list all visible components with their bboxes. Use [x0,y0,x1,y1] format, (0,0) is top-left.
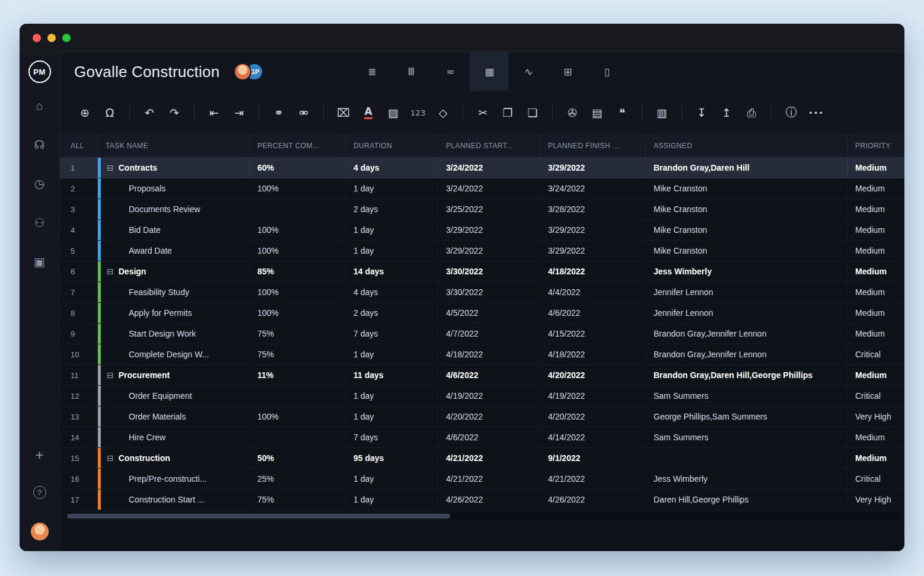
task-row[interactable]: 6⊟Design85%14 days3/30/20224/18/2022Jess… [60,261,904,282]
collapse-icon[interactable]: ⊟ [107,267,114,276]
task-row[interactable]: 12Order Equipment1 day4/19/20224/19/2022… [60,386,904,407]
fill-color-icon[interactable]: ▨ [383,102,404,123]
chart-view-icon-tab[interactable]: ∿ [509,52,548,91]
close-button[interactable] [33,34,41,42]
doc-view-icon-tab[interactable]: ▯ [587,52,626,91]
task-row[interactable]: 15⊟Construction50%95 days4/21/20229/1/20… [60,448,904,469]
list-view-icon-tab[interactable]: ≣ [352,52,391,91]
add-task-icon[interactable]: ⊕ [74,102,95,123]
task-row[interactable]: 8Apply for Permits100%2 days4/5/20224/6/… [60,303,904,324]
row-number-cell: 17 [60,489,98,510]
planned-finish-cell: 3/29/2022 [540,241,646,261]
task-name-cell: Complete Design W... [98,344,250,364]
priority-cell: Medium [847,261,904,281]
milestone-icon[interactable]: ◇ [432,102,454,123]
task-row[interactable]: 10Complete Design W...75%1 day4/18/20224… [60,344,904,365]
calendar-view-icon-tab[interactable]: ⊞ [548,52,587,91]
help-icon[interactable]: ? [33,486,46,499]
columns-icon[interactable]: ▥ [651,102,673,123]
recent-icon[interactable]: ◷ [34,177,44,191]
board-view-icon-tab[interactable]: Ⅲ [391,52,431,91]
task-row[interactable]: 2Proposals100%1 day3/24/20223/24/2022Mik… [60,178,904,199]
portfolio-icon[interactable]: ▣ [34,255,45,269]
more-icon[interactable]: ••• [805,102,827,123]
task-name-cell: ⊟Procurement [98,365,250,385]
column-header-2[interactable]: PERCENT COM... [250,134,346,157]
priority-cell: Critical [847,344,904,364]
task-name: Proposals [129,184,165,193]
print-icon[interactable]: ⎙ [741,102,762,123]
toolbar: ⊕Ω↶↷⇤⇥⚭⚮⌧A▨123◇✂❐❏✇▤❝▥↧↥⎙ⓘ••• [60,91,904,134]
row-number-cell: 11 [60,365,98,385]
task-row[interactable]: 9Start Design Work75%7 days4/7/20224/15/… [60,324,904,344]
column-header-6[interactable]: ASSIGNED [646,134,847,157]
row-number-cell: 14 [60,427,98,447]
duration-cell: 7 days [346,324,438,344]
planned-finish-cell: 4/18/2022 [540,261,646,281]
gantt-view-icon-tab[interactable]: ≂ [431,52,470,91]
task-row[interactable]: 13Order Materials100%1 day4/20/20224/20/… [60,407,904,427]
chart-view-icon: ∿ [524,66,533,78]
link-icon[interactable]: ⚭ [268,102,289,123]
font-color-icon[interactable]: A [358,102,379,123]
delete-icon[interactable]: ⌧ [333,102,354,123]
unlink-icon[interactable]: ⚮ [293,102,314,123]
home-icon[interactable]: ⌂ [36,98,43,113]
task-row[interactable]: 11⊟Procurement11%11 days4/6/20224/20/202… [60,365,904,386]
planned-start-cell: 3/30/2022 [438,261,540,281]
team-icon[interactable]: ⚇ [34,216,45,230]
notifications-icon[interactable]: ☊ [34,137,45,152]
import-icon[interactable]: ↧ [691,102,712,123]
task-row[interactable]: 3Documents Review2 days3/25/20223/28/202… [60,199,904,220]
info-icon[interactable]: ⓘ [780,102,802,123]
task-row[interactable]: 7Feasibility Study100%4 days3/30/20224/4… [60,282,904,303]
horizontal-scrollbar[interactable] [66,513,898,519]
minimize-button[interactable] [47,34,56,42]
undo-icon[interactable]: ↶ [139,102,160,123]
group-color-bar [98,158,101,178]
collapse-icon[interactable]: ⊟ [107,370,114,380]
task-row[interactable]: 14Hire Crew7 days4/6/20224/14/2022Sam Su… [60,427,904,448]
row-number-cell: 9 [60,324,98,344]
add-icon[interactable]: + [35,448,43,462]
column-header-0[interactable]: ALL [60,134,98,157]
copy-icon[interactable]: ❐ [497,102,518,123]
task-row[interactable]: 4Bid Date100%1 day3/29/20223/29/2022Mike… [60,220,904,241]
export-icon[interactable]: ↥ [716,102,737,123]
notes-icon[interactable]: ▤ [587,102,608,123]
assigned-cell: Brandon Gray,Jennifer Lennon [646,344,847,364]
task-row[interactable]: 17Construction Start ...75%1 day4/26/202… [60,489,904,510]
collapse-icon[interactable]: ⊟ [107,163,114,172]
column-header-1[interactable]: TASK NAME [98,134,250,157]
column-header-7[interactable]: PRIORITY [847,134,904,157]
horizontal-scrollbar-thumb[interactable] [67,514,450,519]
column-header-4[interactable]: PLANNED START... [438,134,540,157]
comment-icon[interactable]: ❝ [611,102,633,123]
zoom-button[interactable] [62,34,71,42]
attachment-icon[interactable]: ✇ [562,102,583,123]
paste-icon-glyph: ❏ [527,106,537,119]
task-name-cell: Bid Date [98,220,250,240]
link-icon-glyph: ⚭ [274,106,283,119]
table-header-row: ALLTASK NAMEPERCENT COM...DURATIONPLANNE… [60,134,904,158]
collapse-icon[interactable]: ⊟ [107,453,114,463]
planned-start-cell: 3/24/2022 [438,158,540,178]
task-row[interactable]: 5Award Date100%1 day3/29/20223/29/2022Mi… [60,241,904,261]
column-header-3[interactable]: DURATION [346,134,438,157]
cut-icon[interactable]: ✂ [472,102,493,123]
paste-icon[interactable]: ❏ [522,102,543,123]
pm-logo[interactable]: PM [28,60,51,83]
assigned-cell: Daren Hill,George Phillips [646,489,847,510]
column-header-5[interactable]: PLANNED FINISH ... [540,134,646,157]
redo-icon[interactable]: ↷ [164,102,185,123]
task-name: Feasibility Study [129,287,189,297]
task-row[interactable]: 16Prep/Pre-constructi...25%1 day4/21/202… [60,469,904,489]
indent-icon[interactable]: ⇥ [228,102,250,123]
number-format-icon[interactable]: 123 [407,102,429,123]
outdent-icon[interactable]: ⇤ [203,102,225,123]
sheet-view-icon-tab[interactable]: ▦ [470,52,509,91]
delete-icon-glyph: ⌧ [337,106,350,119]
task-row[interactable]: 1⊟Contracts60%4 days3/24/20223/29/2022Br… [60,158,904,178]
assign-user-icon[interactable]: Ω [99,102,120,123]
user-avatar[interactable] [31,523,49,540]
